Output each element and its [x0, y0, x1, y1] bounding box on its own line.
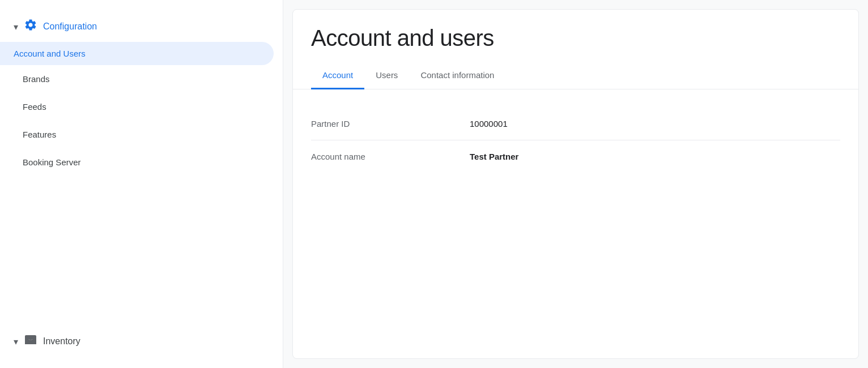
tab-account[interactable]: Account: [311, 62, 364, 89]
main-content: Account and users Account Users Contact …: [283, 0, 868, 368]
account-name-value: Test Partner: [470, 152, 518, 161]
page-title-area: Account and users: [293, 10, 858, 62]
sidebar-item-feeds[interactable]: Feeds: [0, 93, 283, 121]
tab-contact-information[interactable]: Contact information: [409, 62, 505, 89]
store-icon: [24, 333, 37, 350]
sidebar: ▾ Configuration Account and Users Brands…: [0, 0, 283, 368]
account-name-row: Account name Test Partner: [311, 140, 840, 173]
content-panel: Account and users Account Users Contact …: [292, 9, 859, 359]
partner-id-value: 10000001: [470, 119, 508, 129]
sidebar-item-account-users[interactable]: Account and Users: [0, 42, 274, 65]
account-name-label: Account name: [311, 152, 470, 161]
partner-id-row: Partner ID 10000001: [311, 108, 840, 140]
sidebar-configuration-header[interactable]: ▾ Configuration: [0, 11, 283, 42]
chevron-down-icon-inventory: ▾: [14, 336, 18, 347]
sidebar-item-booking-server[interactable]: Booking Server: [0, 148, 283, 176]
sidebar-inventory-section: ▾ Inventory: [0, 317, 283, 357]
configuration-label: Configuration: [43, 22, 97, 32]
gear-icon: [24, 18, 37, 35]
partner-id-label: Partner ID: [311, 119, 470, 129]
tabs-bar: Account Users Contact information: [293, 62, 858, 89]
sidebar-item-brands[interactable]: Brands: [0, 65, 283, 93]
chevron-down-icon: ▾: [14, 22, 18, 32]
sidebar-item-features[interactable]: Features: [0, 121, 283, 148]
page-title: Account and users: [311, 25, 840, 51]
account-content: Partner ID 10000001 Account name Test Pa…: [293, 89, 858, 191]
sidebar-inventory-header[interactable]: ▾ Inventory: [0, 326, 283, 357]
inventory-label: Inventory: [43, 336, 80, 346]
tab-users[interactable]: Users: [364, 62, 409, 89]
